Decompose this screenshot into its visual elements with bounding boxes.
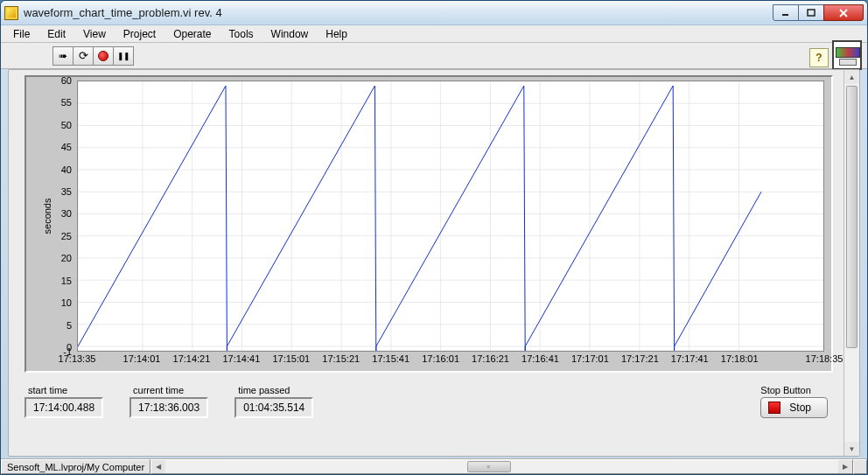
start-time-value: 17:14:00.488 [24, 397, 103, 418]
y-tick: 0 [66, 342, 72, 353]
waveform-chart[interactable]: seconds -1051015202530354045505560 17:13… [24, 75, 833, 373]
x-tick: 17:17:01 [571, 353, 609, 364]
menu-edit[interactable]: Edit [40, 26, 73, 42]
minimize-button[interactable] [773, 4, 799, 21]
x-tick: 17:13:35 [59, 353, 96, 364]
abort-button[interactable] [93, 46, 114, 66]
time-passed-indicator: time passed 01:04:35.514 [234, 385, 313, 418]
current-time-value: 17:18:36.003 [130, 397, 208, 418]
menu-project[interactable]: Project [116, 26, 163, 42]
stop-button[interactable]: Stop [760, 397, 828, 418]
run-button[interactable] [52, 46, 74, 66]
x-tick: 17:14:21 [173, 353, 211, 364]
x-tick: 17:18:01 [721, 353, 759, 364]
window-title: waveform_chart_time_problem.vi rev. 4 [24, 6, 774, 19]
y-axis: seconds -1051015202530354045505560 [26, 80, 75, 352]
hscroll-thumb[interactable]: ≡ [467, 461, 511, 472]
y-tick: 50 [61, 120, 72, 130]
y-tick: 20 [61, 253, 72, 263]
project-path: Sensoft_ML.lvproj/My Computer [1, 459, 150, 474]
pause-button[interactable] [113, 46, 134, 66]
toolbar: ? [1, 43, 867, 69]
x-tick: 17:15:21 [322, 353, 360, 364]
plot-area[interactable] [77, 80, 824, 352]
x-tick: 17:16:21 [472, 353, 509, 364]
x-tick: 17:15:01 [272, 353, 310, 364]
menubar: File Edit View Project Operate Tools Win… [1, 25, 867, 43]
titlebar[interactable]: waveform_chart_time_problem.vi rev. 4 [1, 1, 867, 25]
y-tick: 25 [61, 231, 72, 241]
menu-window[interactable]: Window [264, 26, 316, 42]
y-axis-label: seconds [42, 199, 52, 234]
x-tick: 17:14:41 [222, 353, 260, 364]
scroll-thumb[interactable] [846, 86, 858, 348]
y-tick: 10 [61, 297, 72, 308]
y-tick: 15 [61, 276, 72, 286]
scroll-down-arrow[interactable]: ▼ [844, 442, 859, 456]
x-tick: 17:14:01 [123, 353, 161, 364]
statusbar: Sensoft_ML.lvproj/My Computer ◀ ≡ ▶ [1, 458, 867, 474]
stop-label: Stop Button [760, 385, 828, 395]
svg-rect-1 [808, 10, 815, 16]
horizontal-scrollbar[interactable]: ◀ ≡ ▶ [150, 459, 853, 474]
current-time-label: current time [133, 385, 208, 395]
hscroll-left-arrow[interactable]: ◀ [151, 460, 165, 473]
maximize-button[interactable] [798, 4, 824, 21]
context-help-button[interactable]: ? [809, 48, 829, 67]
menu-file[interactable]: File [6, 26, 37, 42]
x-tick: 17:16:01 [422, 353, 459, 364]
gridlines [78, 81, 823, 351]
run-continuously-button[interactable] [73, 46, 94, 66]
menu-tools[interactable]: Tools [222, 26, 261, 42]
start-time-label: start time [28, 385, 103, 395]
y-tick: 5 [66, 320, 72, 331]
stop-icon [768, 402, 780, 414]
time-passed-value: 01:04:35.514 [234, 397, 313, 418]
stop-button-text: Stop [789, 402, 811, 414]
menu-operate[interactable]: Operate [166, 26, 218, 42]
y-tick: 55 [61, 97, 72, 108]
vi-icon[interactable] [832, 40, 862, 70]
x-tick: 17:16:41 [522, 353, 559, 364]
main-window: waveform_chart_time_problem.vi rev. 4 Fi… [0, 0, 868, 475]
stop-control: Stop Button Stop [760, 385, 828, 418]
hscroll-right-arrow[interactable]: ▶ [838, 460, 852, 473]
x-tick: 17:15:41 [372, 353, 410, 364]
x-tick: 17:17:21 [621, 353, 659, 364]
controls-row: start time 17:14:00.488 current time 17:… [24, 385, 828, 418]
start-time-indicator: start time 17:14:00.488 [24, 385, 103, 418]
waveform-svg [78, 81, 823, 351]
vertical-scrollbar[interactable]: ▲ ▼ [844, 70, 859, 456]
front-panel: seconds -1051015202530354045505560 17:13… [8, 69, 860, 457]
menu-help[interactable]: Help [318, 26, 354, 42]
close-button[interactable] [823, 4, 864, 21]
time-passed-label: time passed [238, 385, 313, 395]
y-tick: 35 [61, 186, 72, 197]
y-tick: 60 [61, 75, 72, 86]
x-axis: 17:13:3517:14:0117:14:2117:14:4117:15:01… [77, 353, 824, 369]
x-tick: 17:17:41 [671, 353, 709, 364]
window-controls [774, 4, 864, 21]
menu-view[interactable]: View [76, 26, 113, 42]
current-time-indicator: current time 17:18:36.003 [130, 385, 208, 418]
x-tick: 17:18:35 [806, 353, 844, 364]
y-tick: 40 [61, 164, 72, 175]
y-tick: 30 [61, 208, 72, 219]
y-tick: 45 [61, 142, 72, 152]
app-icon [4, 6, 18, 20]
scroll-up-arrow[interactable]: ▲ [844, 70, 859, 84]
resize-grip[interactable] [853, 459, 867, 474]
